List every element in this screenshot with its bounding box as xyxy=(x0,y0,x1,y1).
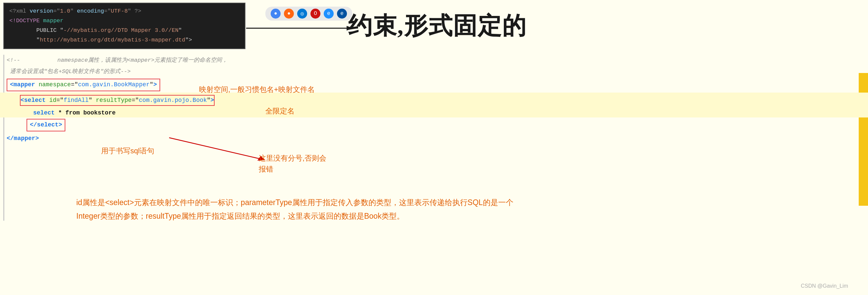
end-mapper-line: </mapper> xyxy=(0,133,868,145)
xml-line-3: PUBLIC "-//mybatis.org//DTD Mapper 3.0//… xyxy=(9,26,240,35)
xml-declaration-box: <?xml version="1.0" encoding="UTF-8" ?> … xyxy=(3,3,245,49)
from-keyword: from xyxy=(65,110,80,116)
chinese-title: 约束,形式固定的 xyxy=(348,10,527,42)
csdn-watermark: CSDN @Gavin_Lim xyxy=(801,283,848,289)
xml-line-1: <?xml version="1.0" encoding="UTF-8" ?> xyxy=(9,7,240,16)
select-id-row: <select id="findAll" resultType="com.gav… xyxy=(0,93,868,109)
star-keyword: * xyxy=(58,110,66,116)
edge-icon: ◎ xyxy=(297,9,307,19)
main-container: <?xml version="1.0" encoding="UTF-8" ?> … xyxy=(0,0,868,295)
select-id-box: <select id="findAll" resultType="com.gav… xyxy=(20,95,215,106)
description-paragraph: id属性是<select>元素在映射文件中的唯一标识；parameterType… xyxy=(76,196,534,223)
firefox-icon: ● xyxy=(284,9,294,19)
mapper-namespace-box: <mapper namespace="com.gavin.BookMapper"… xyxy=(7,79,160,91)
mapper-namespace-line: <mapper namespace="com.gavin.BookMapper"… xyxy=(0,77,868,93)
table-name: bookstore xyxy=(83,110,116,116)
annotation-mapping-space: 映射空间,一般习惯包名+映射文件名 xyxy=(199,85,315,95)
chrome-icon: ● xyxy=(271,9,281,19)
xml-line-4: "http://mybatis.org/dtd/mybatis-3-mapper… xyxy=(9,35,240,45)
comment-line-2: 通常会设置成"包名+SQL映射文件名"的形式--> xyxy=(0,66,868,77)
select-keyword: select xyxy=(33,110,55,116)
xml-line-2: <!DOCTYPE mapper xyxy=(9,16,240,26)
code-area: <!-- namespace属性，该属性为<mapper>元素指定了唯一的命名空… xyxy=(0,55,868,145)
opera-icon: O xyxy=(310,9,320,19)
select-from-row: select * from bookstore xyxy=(0,108,868,117)
ie-icon1: e xyxy=(324,9,334,19)
browser-icons-bar: ● ● ◎ O e e xyxy=(265,7,352,21)
end-select-box: </select> xyxy=(27,119,65,131)
annotation-sql-write: 用于书写sql语句 xyxy=(101,146,154,156)
select-id-line: <select id="findAll" resultType="com.gav… xyxy=(0,94,221,107)
ie-icon2: e xyxy=(337,9,347,19)
annotation-full-name: 全限定名 xyxy=(265,106,294,116)
annotation-no-semicolon: 这里没有分号,否则会 报错 xyxy=(259,153,327,175)
end-select-line: </select> xyxy=(0,117,868,133)
comment-line-1: <!-- namespace属性，该属性为<mapper>元素指定了唯一的命名空… xyxy=(0,55,868,66)
no-semicolon-text: 这里没有分号,否则会 报错 xyxy=(259,154,327,173)
